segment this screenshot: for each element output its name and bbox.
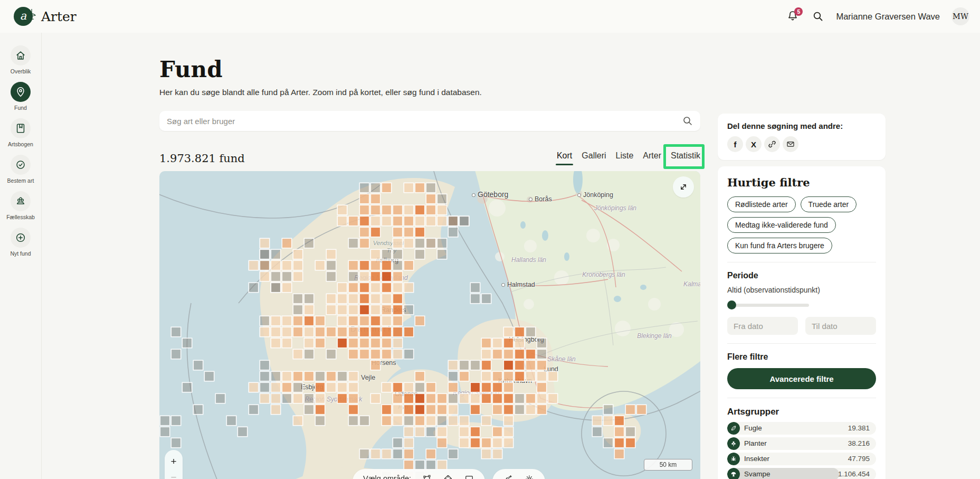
page-title: Fund bbox=[159, 58, 700, 81]
share-card: Del denne søgning med andre: f X bbox=[718, 114, 886, 160]
view-tabs: Kort Galleri Liste Arter Statistik bbox=[557, 151, 700, 165]
right-panel: Del denne søgning med andre: f X bbox=[718, 33, 886, 479]
sidebar-item-bestem-art[interactable]: Bestem art bbox=[7, 155, 34, 184]
pill-kun-arters-brugere[interactable]: Kun fund fra Arters brugere bbox=[727, 238, 832, 253]
group-row-fugle[interactable]: Fugle 19.381 bbox=[727, 422, 876, 435]
group-row-planter[interactable]: Planter 38.216 bbox=[727, 437, 876, 450]
period-slider[interactable] bbox=[727, 300, 809, 309]
map-options-toolbar bbox=[492, 469, 545, 479]
results-header: 1.973.821 fund Kort Galleri Liste Arter … bbox=[159, 148, 700, 165]
group-row-svampe[interactable]: Svampe 1.106.454 bbox=[727, 468, 876, 479]
to-date-input[interactable] bbox=[805, 317, 876, 335]
arter-fund-page: a Arter 5 Marianne Gravers bbox=[0, 0, 980, 479]
expand-map-button[interactable] bbox=[673, 176, 694, 198]
insect-icon bbox=[727, 453, 740, 465]
search-input-icon[interactable] bbox=[681, 115, 694, 127]
link-icon[interactable] bbox=[764, 136, 780, 152]
custom-area-icon[interactable] bbox=[503, 474, 513, 479]
x-icon[interactable]: X bbox=[746, 136, 762, 152]
map-scale: 50 km bbox=[644, 459, 692, 471]
sidebar-item-nyt-fund[interactable]: Nyt fund bbox=[10, 228, 31, 257]
mushroom-icon bbox=[727, 468, 740, 479]
advanced-filters-button[interactable]: Avancerede filtre bbox=[727, 368, 876, 389]
divider bbox=[727, 262, 876, 262]
tab-galleri[interactable]: Galleri bbox=[582, 151, 606, 161]
tab-liste[interactable]: Liste bbox=[616, 151, 634, 161]
tab-statistik[interactable]: Statistik bbox=[671, 151, 700, 161]
user-name[interactable]: Marianne Graversen Wave bbox=[836, 12, 940, 22]
divider bbox=[727, 398, 876, 398]
zoom-in-button[interactable]: + bbox=[165, 453, 183, 469]
topbar-right: 5 Marianne Graversen Wave MW bbox=[786, 7, 969, 25]
pill-medtag-ikke-validerede[interactable]: Medtag ikke-validerede fund bbox=[727, 217, 836, 233]
filters-card: Hurtige filtre Rødlistede arter Truede a… bbox=[718, 166, 886, 479]
sidebar-item-faellesskab[interactable]: Fællesskab bbox=[6, 191, 35, 220]
logo-leaf-decoration bbox=[27, 8, 36, 22]
date-inputs bbox=[727, 317, 876, 335]
map-zoom-control: + − bbox=[165, 450, 183, 479]
screen-area-icon[interactable] bbox=[464, 474, 474, 479]
plant-icon bbox=[727, 437, 740, 450]
species-groups-title: Artsgrupper bbox=[727, 407, 876, 417]
zoom-out-button[interactable]: − bbox=[165, 469, 183, 479]
page-subtitle: Her kan du søge blandt alle fund på Arte… bbox=[159, 88, 700, 97]
mail-icon[interactable] bbox=[783, 136, 798, 152]
observation-grid bbox=[159, 171, 700, 479]
tab-arter[interactable]: Arter bbox=[643, 151, 661, 161]
search-bar bbox=[159, 111, 700, 131]
sidebar-item-artsbogen[interactable]: Artsbogen bbox=[8, 118, 33, 147]
quick-filter-pills: Rødlistede arter Truede arter Medtag ikk… bbox=[727, 196, 876, 253]
pill-rodlistede-arter[interactable]: Rødlistede arter bbox=[727, 196, 796, 212]
share-title: Del denne søgning med andre: bbox=[727, 121, 876, 130]
pill-truede-arter[interactable]: Truede arter bbox=[801, 196, 857, 212]
topbar: a Arter 5 Marianne Gravers bbox=[0, 0, 980, 33]
notification-badge: 5 bbox=[794, 7, 803, 16]
plus-circle-icon bbox=[15, 232, 26, 243]
circle-select-icon[interactable] bbox=[443, 474, 453, 479]
quick-filters-title: Hurtige filtre bbox=[727, 176, 876, 189]
people-icon bbox=[15, 195, 26, 207]
period-value-label: Altid (observationstidspunkt) bbox=[727, 286, 876, 294]
select-area-label: Vælg område: bbox=[363, 474, 411, 479]
brand[interactable]: a Arter bbox=[14, 7, 77, 26]
period-title: Periode bbox=[727, 271, 876, 280]
map-toolbar: Vælg område: bbox=[353, 469, 545, 479]
share-icons: f X bbox=[727, 136, 876, 152]
group-row-insekter[interactable]: Insekter 47.795 bbox=[727, 453, 876, 465]
from-date-input[interactable] bbox=[727, 317, 798, 335]
facebook-icon[interactable]: f bbox=[727, 136, 743, 152]
main-content: Fund Her kan du søge blandt alle fund på… bbox=[159, 33, 700, 479]
avatar[interactable]: MW bbox=[952, 7, 969, 25]
sidebar-item-fund[interactable]: Fund bbox=[11, 82, 31, 111]
tab-kort[interactable]: Kort bbox=[557, 151, 572, 161]
badge-check-icon bbox=[15, 159, 26, 171]
divider bbox=[727, 343, 876, 344]
arter-logo-icon: a bbox=[14, 7, 33, 26]
polygon-select-icon[interactable] bbox=[422, 474, 432, 479]
notifications-button[interactable]: 5 bbox=[786, 10, 800, 23]
search-icon[interactable] bbox=[812, 10, 824, 23]
book-icon bbox=[15, 123, 26, 134]
sidebar-item-overblik[interactable]: Overblik bbox=[11, 45, 31, 74]
expand-icon bbox=[678, 182, 689, 192]
select-area-toolbar: Vælg område: bbox=[353, 469, 485, 479]
settings-gear-icon[interactable] bbox=[524, 474, 535, 479]
sidebar: Overblik Fund Artsbogen Bestem art bbox=[0, 33, 42, 479]
slider-knob[interactable] bbox=[727, 300, 736, 309]
slider-track bbox=[727, 304, 809, 307]
species-groups-list: Fugle 19.381 Planter 38.216 bbox=[727, 422, 876, 479]
map-pin-icon bbox=[15, 86, 26, 98]
home-icon bbox=[15, 50, 26, 61]
more-filters-title: Flere filtre bbox=[727, 352, 876, 362]
result-count: 1.973.821 fund bbox=[159, 152, 245, 165]
feather-icon bbox=[727, 422, 740, 435]
brand-name: Arter bbox=[41, 9, 77, 24]
search-input[interactable] bbox=[159, 111, 700, 131]
map[interactable]: GöteborgBoråsJönköpingHalmstadHelsingbor… bbox=[159, 171, 700, 479]
